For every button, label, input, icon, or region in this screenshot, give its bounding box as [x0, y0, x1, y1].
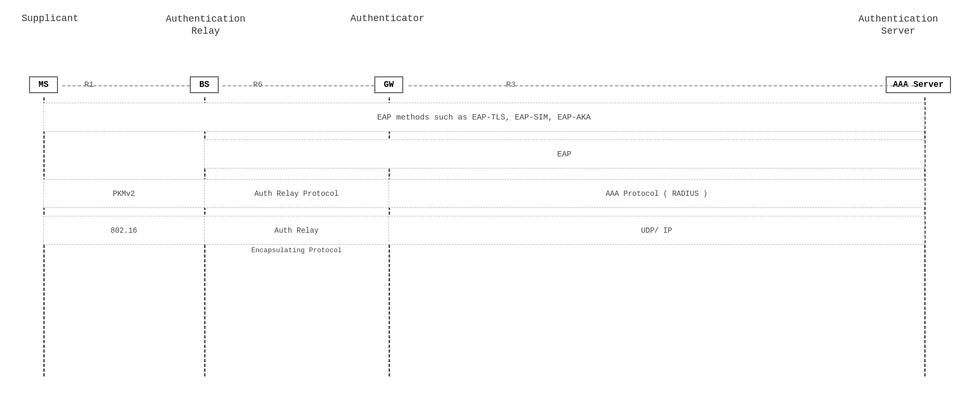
eap-label: EAP: [557, 150, 571, 158]
pkmv2-box: PKMv2: [43, 179, 205, 208]
diagram-container: Supplicant AuthenticationRelay Authentic…: [0, 0, 980, 397]
aaa-protocol-box: AAA Protocol ( RADIUS ): [389, 179, 925, 208]
udpip-box: UDP/ IP: [389, 216, 925, 245]
80216-box: 802.16: [43, 216, 205, 245]
node-gw: GW: [374, 76, 403, 93]
col-header-auth-relay: AuthenticationRelay: [163, 13, 248, 38]
auth-relay-protocol-label: Auth Relay Protocol: [255, 190, 339, 198]
line-gw-aaa: [409, 85, 915, 86]
node-bs: BS: [190, 76, 219, 93]
col-header-auth-server: AuthenticationServer: [843, 13, 954, 38]
auth-relay-box: Auth Relay: [204, 216, 389, 245]
line-bs-gw: [222, 85, 374, 86]
node-ms: MS: [29, 76, 58, 93]
eap-methods-label: EAP methods such as EAP-TLS, EAP-SIM, EA…: [377, 113, 590, 122]
encapsulating-protocol-label: Encapsulating Protocol: [204, 246, 389, 254]
auth-relay-protocol-box: Auth Relay Protocol: [204, 179, 389, 208]
aaa-protocol-label: AAA Protocol ( RADIUS ): [606, 190, 707, 198]
pkmv2-label: PKMv2: [113, 190, 135, 198]
col-header-supplicant: Supplicant: [16, 13, 84, 24]
auth-relay-label: Auth Relay: [274, 226, 318, 235]
eap-methods-band: EAP methods such as EAP-TLS, EAP-SIM, EA…: [43, 103, 925, 132]
line-ms-bs: [62, 85, 190, 86]
col-header-authenticator: Authenticator: [343, 13, 432, 24]
udpip-label: UDP/ IP: [641, 226, 672, 235]
node-aaa: AAA Server: [886, 76, 951, 93]
80216-label: 802.16: [111, 226, 137, 235]
eap-band: EAP: [204, 140, 925, 168]
